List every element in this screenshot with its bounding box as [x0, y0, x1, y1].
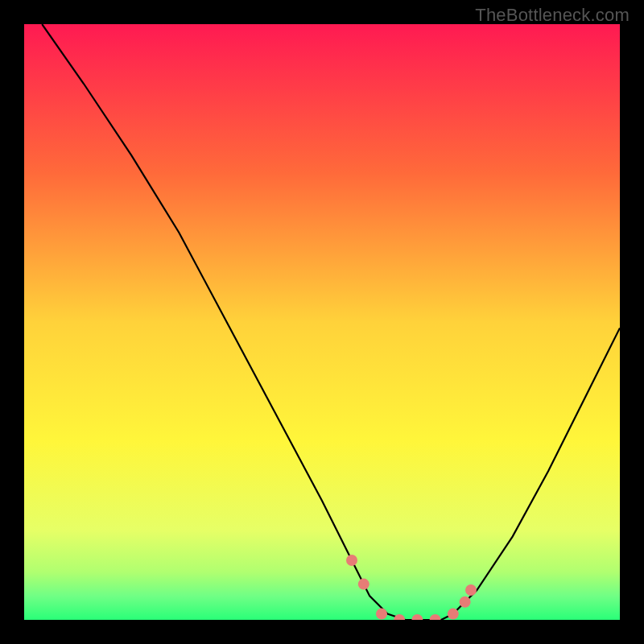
- chart-area: [24, 24, 620, 620]
- marker-dot: [430, 614, 441, 620]
- marker-dot: [376, 609, 387, 620]
- watermark-text: TheBottleneck.com: [475, 5, 630, 26]
- marker-dot: [460, 597, 471, 608]
- bottleneck-curve-line: [42, 24, 620, 620]
- marker-dot: [465, 584, 477, 596]
- marker-dot: [346, 555, 357, 566]
- marker-dot: [358, 579, 369, 590]
- marker-dot: [448, 609, 459, 620]
- marker-dot: [411, 614, 423, 620]
- highlight-markers: [346, 555, 477, 620]
- marker-dot: [394, 614, 405, 620]
- curve-overlay: [24, 24, 620, 620]
